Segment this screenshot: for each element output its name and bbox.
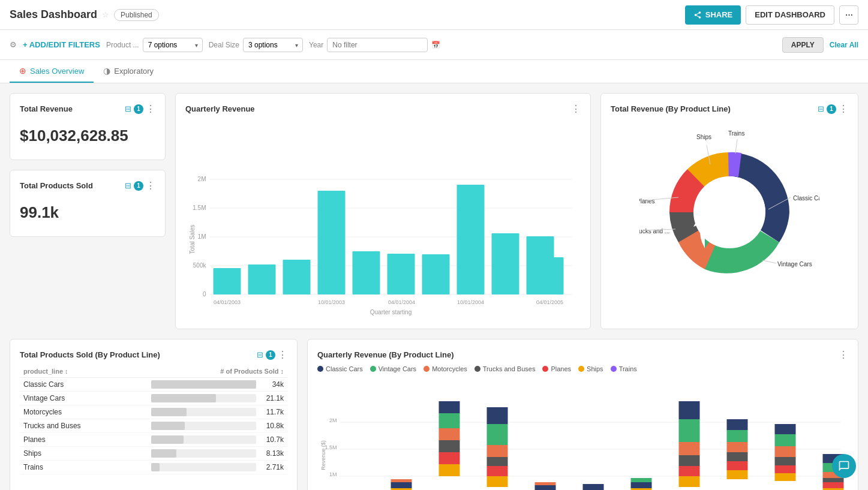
share-label: SHARE bbox=[705, 10, 733, 19]
total-products-more-button[interactable]: ⋮ bbox=[146, 180, 155, 191]
table-row: Classic Cars 34k bbox=[20, 378, 287, 392]
deal-size-filter-select[interactable]: 3 options bbox=[243, 38, 303, 52]
svg-text:Revenue ($): Revenue ($) bbox=[320, 440, 326, 470]
svg-text:Quarter starting: Quarter starting bbox=[370, 309, 412, 315]
svg-text:04/01/2003: 04/01/2003 bbox=[214, 299, 241, 305]
gear-icon[interactable]: ⚙ bbox=[10, 40, 17, 49]
legend-dot bbox=[317, 366, 323, 372]
legend-dot bbox=[611, 366, 617, 372]
main-content: Total Revenue ⊟ 1 ⋮ $10,032,628.85 Total… bbox=[0, 83, 868, 490]
exploratory-tab-label: Exploratory bbox=[114, 67, 154, 76]
svg-text:Total Sales: Total Sales bbox=[189, 225, 196, 254]
bar-4 bbox=[318, 191, 346, 294]
bar-6 bbox=[388, 254, 415, 294]
total-revenue-actions: ⊟ 1 ⋮ bbox=[125, 103, 155, 115]
stacked-bar-9a bbox=[727, 470, 748, 479]
products-table-title: Total Products Sold (By Product Line) bbox=[20, 350, 160, 359]
label-ships: Ships bbox=[696, 134, 711, 140]
chat-button[interactable] bbox=[832, 454, 856, 478]
label-classic-cars: Classic Cars bbox=[793, 195, 819, 202]
stacked-bar-10a bbox=[775, 473, 796, 481]
legend-label: Trains bbox=[619, 365, 637, 372]
cell-product-name: Classic Cars bbox=[20, 378, 148, 392]
label-trucks: Trucks and ... bbox=[639, 228, 669, 235]
legend-item: Vintage Cars bbox=[370, 365, 416, 372]
total-products-filter-badge: 1 bbox=[134, 181, 143, 191]
quarterly-revenue-actions: ⋮ bbox=[571, 103, 581, 115]
filter-icon-donut: ⊟ bbox=[818, 104, 824, 113]
row2: Total Products Sold (By Product Line) ⊟ … bbox=[10, 339, 858, 490]
svg-line-18 bbox=[762, 260, 776, 263]
stacked-bar-10f bbox=[775, 424, 796, 434]
add-edit-filters-button[interactable]: + ADD/EDIT FILTERS bbox=[23, 40, 100, 49]
products-table-more-button[interactable]: ⋮ bbox=[278, 349, 287, 360]
stacked-bar-4b bbox=[487, 466, 508, 476]
filter-icon: ⊟ bbox=[125, 104, 131, 113]
apply-button[interactable]: APPLY bbox=[782, 37, 824, 53]
stacked-bar-3c bbox=[439, 440, 460, 452]
product-filter-select[interactable]: 7 options bbox=[143, 38, 203, 52]
total-products-card-header: Total Products Sold ⊟ 1 ⋮ bbox=[20, 180, 155, 191]
donut-chart-card: Total Revenue (By Product Line) ⊟ 1 ⋮ bbox=[600, 93, 858, 329]
table-row: Ships 8.13k bbox=[20, 447, 287, 461]
total-products-value: 99.1k bbox=[20, 203, 155, 222]
donut-more-button[interactable]: ⋮ bbox=[839, 103, 848, 115]
stacked-bar-8b bbox=[679, 466, 700, 476]
stacked-bar-6b bbox=[583, 484, 604, 490]
legend-dot bbox=[424, 366, 430, 372]
table-row: Planes 10.7k bbox=[20, 433, 287, 447]
product-filter-label: Product ... bbox=[106, 41, 139, 49]
products-table-filter-badge: 1 bbox=[266, 350, 275, 360]
total-revenue-title: Total Revenue bbox=[20, 104, 73, 113]
stacked-bar-9b bbox=[727, 461, 748, 470]
cell-product-bar: 34k bbox=[148, 378, 287, 392]
stacked-bar-4a bbox=[487, 476, 508, 487]
cell-product-bar: 11.7k bbox=[148, 405, 287, 419]
more-options-button[interactable]: ⋯ bbox=[839, 5, 858, 25]
stacked-bar-7b bbox=[631, 482, 652, 488]
quarterly-revenue-more-button[interactable]: ⋮ bbox=[571, 103, 581, 115]
table-row: Trucks and Buses 10.8k bbox=[20, 419, 287, 433]
donut-chart-title: Total Revenue (By Product Line) bbox=[611, 104, 731, 113]
filter-bar: ⚙ + ADD/EDIT FILTERS Product ... 7 optio… bbox=[0, 30, 868, 60]
total-revenue-more-button[interactable]: ⋮ bbox=[146, 103, 155, 115]
year-filter-group: Year 📅 bbox=[309, 38, 440, 52]
table-row: Trains 2.71k bbox=[20, 461, 287, 474]
stacked-bar-9f bbox=[727, 419, 748, 430]
svg-text:2M: 2M bbox=[198, 176, 206, 182]
cell-product-bar: 10.7k bbox=[148, 433, 287, 447]
products-data-table: product_line ↕ # of Products Sold ↕ Clas… bbox=[20, 365, 287, 474]
top-bar: Sales Dashboard ☆ Published SHARE EDIT D… bbox=[0, 0, 868, 30]
year-filter-input[interactable] bbox=[327, 38, 428, 52]
products-table-actions: ⊟ 1 ⋮ bbox=[257, 349, 287, 360]
edit-dashboard-button[interactable]: EDIT DASHBOARD bbox=[746, 5, 834, 25]
top-actions: SHARE EDIT DASHBOARD ⋯ bbox=[685, 5, 858, 25]
legend: Classic CarsVintage CarsMotorcyclesTruck… bbox=[317, 365, 848, 372]
share-button[interactable]: SHARE bbox=[685, 5, 741, 25]
svg-text:04/01/2004: 04/01/2004 bbox=[388, 299, 415, 305]
tab-exploratory[interactable]: ◑ Exploratory bbox=[94, 60, 163, 83]
svg-text:1M: 1M bbox=[198, 233, 206, 240]
label-vintage-cars: Vintage Cars bbox=[777, 261, 812, 267]
col-product-line[interactable]: product_line ↕ bbox=[20, 365, 148, 378]
deal-size-filter-select-wrapper[interactable]: 3 options bbox=[243, 38, 303, 52]
star-icon[interactable]: ☆ bbox=[102, 10, 109, 19]
svg-text:1M: 1M bbox=[329, 471, 337, 477]
stacked-bar-3e bbox=[439, 413, 460, 428]
stacked-bar-8f bbox=[679, 401, 700, 419]
legend-dot bbox=[542, 366, 548, 372]
page-title: Sales Dashboard bbox=[10, 8, 97, 21]
stacked-bar-10e bbox=[775, 434, 796, 446]
stacked-bar-3a bbox=[439, 464, 460, 476]
tab-bar: ⊕ Sales Overview ◑ Exploratory bbox=[0, 60, 868, 83]
bar-3 bbox=[283, 260, 311, 294]
legend-item: Trucks and Buses bbox=[474, 365, 536, 372]
col-products-sold[interactable]: # of Products Sold ↕ bbox=[148, 365, 287, 378]
clear-all-button[interactable]: Clear All bbox=[830, 41, 858, 49]
stacked-bar-4e bbox=[487, 424, 508, 445]
cell-product-name: Trains bbox=[20, 461, 148, 474]
tab-sales-overview[interactable]: ⊕ Sales Overview bbox=[10, 60, 94, 83]
table-row: Vintage Cars 21.1k bbox=[20, 392, 287, 405]
product-filter-select-wrapper[interactable]: 7 options bbox=[143, 38, 203, 52]
quarterly-by-line-more-button[interactable]: ⋮ bbox=[839, 349, 848, 360]
